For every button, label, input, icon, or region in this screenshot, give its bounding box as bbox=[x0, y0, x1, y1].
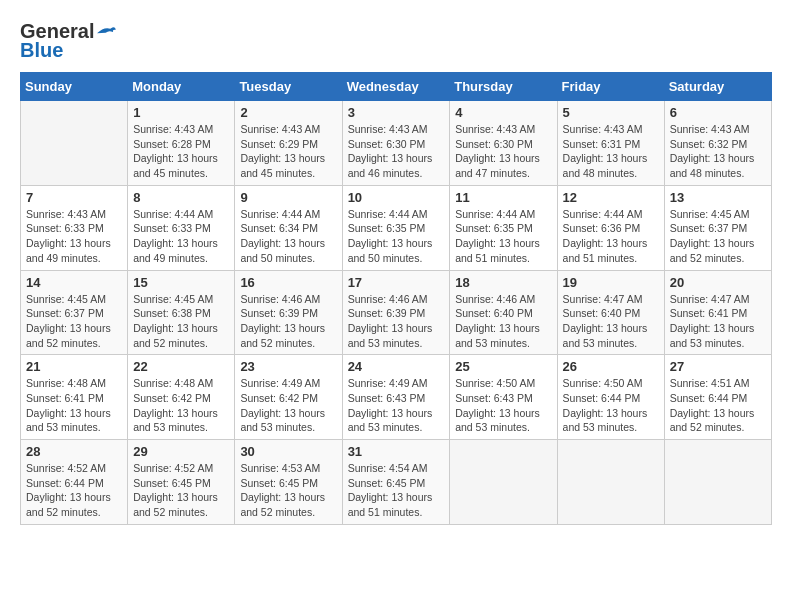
day-number: 3 bbox=[348, 105, 445, 120]
weekday-header-friday: Friday bbox=[557, 73, 664, 101]
calendar-cell: 26Sunrise: 4:50 AM Sunset: 6:44 PM Dayli… bbox=[557, 355, 664, 440]
calendar-cell: 18Sunrise: 4:46 AM Sunset: 6:40 PM Dayli… bbox=[450, 270, 557, 355]
day-number: 26 bbox=[563, 359, 659, 374]
day-info: Sunrise: 4:49 AM Sunset: 6:42 PM Dayligh… bbox=[240, 376, 336, 435]
day-info: Sunrise: 4:44 AM Sunset: 6:36 PM Dayligh… bbox=[563, 207, 659, 266]
day-info: Sunrise: 4:44 AM Sunset: 6:33 PM Dayligh… bbox=[133, 207, 229, 266]
day-info: Sunrise: 4:50 AM Sunset: 6:43 PM Dayligh… bbox=[455, 376, 551, 435]
calendar-cell: 15Sunrise: 4:45 AM Sunset: 6:38 PM Dayli… bbox=[128, 270, 235, 355]
day-number: 2 bbox=[240, 105, 336, 120]
day-info: Sunrise: 4:43 AM Sunset: 6:31 PM Dayligh… bbox=[563, 122, 659, 181]
day-number: 13 bbox=[670, 190, 766, 205]
day-number: 31 bbox=[348, 444, 445, 459]
calendar-cell: 1Sunrise: 4:43 AM Sunset: 6:28 PM Daylig… bbox=[128, 101, 235, 186]
calendar-cell: 29Sunrise: 4:52 AM Sunset: 6:45 PM Dayli… bbox=[128, 440, 235, 525]
calendar-cell bbox=[21, 101, 128, 186]
calendar-cell: 9Sunrise: 4:44 AM Sunset: 6:34 PM Daylig… bbox=[235, 185, 342, 270]
day-number: 6 bbox=[670, 105, 766, 120]
day-info: Sunrise: 4:50 AM Sunset: 6:44 PM Dayligh… bbox=[563, 376, 659, 435]
calendar-cell bbox=[557, 440, 664, 525]
calendar-cell: 17Sunrise: 4:46 AM Sunset: 6:39 PM Dayli… bbox=[342, 270, 450, 355]
day-info: Sunrise: 4:43 AM Sunset: 6:28 PM Dayligh… bbox=[133, 122, 229, 181]
weekday-header-tuesday: Tuesday bbox=[235, 73, 342, 101]
day-number: 8 bbox=[133, 190, 229, 205]
calendar-cell: 13Sunrise: 4:45 AM Sunset: 6:37 PM Dayli… bbox=[664, 185, 771, 270]
calendar-table: SundayMondayTuesdayWednesdayThursdayFrid… bbox=[20, 72, 772, 525]
day-number: 4 bbox=[455, 105, 551, 120]
calendar-cell: 3Sunrise: 4:43 AM Sunset: 6:30 PM Daylig… bbox=[342, 101, 450, 186]
day-info: Sunrise: 4:46 AM Sunset: 6:39 PM Dayligh… bbox=[348, 292, 445, 351]
day-number: 10 bbox=[348, 190, 445, 205]
day-info: Sunrise: 4:48 AM Sunset: 6:41 PM Dayligh… bbox=[26, 376, 122, 435]
day-number: 21 bbox=[26, 359, 122, 374]
day-info: Sunrise: 4:44 AM Sunset: 6:35 PM Dayligh… bbox=[348, 207, 445, 266]
day-info: Sunrise: 4:46 AM Sunset: 6:39 PM Dayligh… bbox=[240, 292, 336, 351]
calendar-cell: 5Sunrise: 4:43 AM Sunset: 6:31 PM Daylig… bbox=[557, 101, 664, 186]
calendar-cell: 23Sunrise: 4:49 AM Sunset: 6:42 PM Dayli… bbox=[235, 355, 342, 440]
calendar-week-row: 21Sunrise: 4:48 AM Sunset: 6:41 PM Dayli… bbox=[21, 355, 772, 440]
calendar-cell: 21Sunrise: 4:48 AM Sunset: 6:41 PM Dayli… bbox=[21, 355, 128, 440]
calendar-cell: 12Sunrise: 4:44 AM Sunset: 6:36 PM Dayli… bbox=[557, 185, 664, 270]
day-info: Sunrise: 4:45 AM Sunset: 6:37 PM Dayligh… bbox=[26, 292, 122, 351]
calendar-cell: 31Sunrise: 4:54 AM Sunset: 6:45 PM Dayli… bbox=[342, 440, 450, 525]
weekday-header-wednesday: Wednesday bbox=[342, 73, 450, 101]
calendar-cell: 7Sunrise: 4:43 AM Sunset: 6:33 PM Daylig… bbox=[21, 185, 128, 270]
day-number: 12 bbox=[563, 190, 659, 205]
weekday-header-saturday: Saturday bbox=[664, 73, 771, 101]
day-number: 19 bbox=[563, 275, 659, 290]
day-info: Sunrise: 4:43 AM Sunset: 6:30 PM Dayligh… bbox=[455, 122, 551, 181]
day-info: Sunrise: 4:49 AM Sunset: 6:43 PM Dayligh… bbox=[348, 376, 445, 435]
calendar-week-row: 28Sunrise: 4:52 AM Sunset: 6:44 PM Dayli… bbox=[21, 440, 772, 525]
calendar-cell: 11Sunrise: 4:44 AM Sunset: 6:35 PM Dayli… bbox=[450, 185, 557, 270]
day-number: 15 bbox=[133, 275, 229, 290]
day-info: Sunrise: 4:43 AM Sunset: 6:33 PM Dayligh… bbox=[26, 207, 122, 266]
day-number: 24 bbox=[348, 359, 445, 374]
calendar-cell: 14Sunrise: 4:45 AM Sunset: 6:37 PM Dayli… bbox=[21, 270, 128, 355]
day-number: 1 bbox=[133, 105, 229, 120]
calendar-cell: 16Sunrise: 4:46 AM Sunset: 6:39 PM Dayli… bbox=[235, 270, 342, 355]
day-number: 7 bbox=[26, 190, 122, 205]
day-info: Sunrise: 4:45 AM Sunset: 6:38 PM Dayligh… bbox=[133, 292, 229, 351]
day-number: 5 bbox=[563, 105, 659, 120]
calendar-cell bbox=[450, 440, 557, 525]
weekday-header-sunday: Sunday bbox=[21, 73, 128, 101]
calendar-cell: 25Sunrise: 4:50 AM Sunset: 6:43 PM Dayli… bbox=[450, 355, 557, 440]
day-info: Sunrise: 4:43 AM Sunset: 6:29 PM Dayligh… bbox=[240, 122, 336, 181]
day-number: 23 bbox=[240, 359, 336, 374]
calendar-cell: 19Sunrise: 4:47 AM Sunset: 6:40 PM Dayli… bbox=[557, 270, 664, 355]
calendar-cell: 8Sunrise: 4:44 AM Sunset: 6:33 PM Daylig… bbox=[128, 185, 235, 270]
day-number: 28 bbox=[26, 444, 122, 459]
day-number: 25 bbox=[455, 359, 551, 374]
day-number: 16 bbox=[240, 275, 336, 290]
calendar-cell: 20Sunrise: 4:47 AM Sunset: 6:41 PM Dayli… bbox=[664, 270, 771, 355]
day-number: 27 bbox=[670, 359, 766, 374]
day-number: 11 bbox=[455, 190, 551, 205]
day-info: Sunrise: 4:51 AM Sunset: 6:44 PM Dayligh… bbox=[670, 376, 766, 435]
logo: General Blue bbox=[20, 20, 117, 62]
logo-bird-icon bbox=[97, 22, 117, 42]
day-info: Sunrise: 4:45 AM Sunset: 6:37 PM Dayligh… bbox=[670, 207, 766, 266]
logo-blue-text: Blue bbox=[20, 39, 63, 62]
day-info: Sunrise: 4:47 AM Sunset: 6:40 PM Dayligh… bbox=[563, 292, 659, 351]
day-info: Sunrise: 4:47 AM Sunset: 6:41 PM Dayligh… bbox=[670, 292, 766, 351]
day-info: Sunrise: 4:52 AM Sunset: 6:44 PM Dayligh… bbox=[26, 461, 122, 520]
day-info: Sunrise: 4:44 AM Sunset: 6:34 PM Dayligh… bbox=[240, 207, 336, 266]
calendar-cell: 4Sunrise: 4:43 AM Sunset: 6:30 PM Daylig… bbox=[450, 101, 557, 186]
day-info: Sunrise: 4:43 AM Sunset: 6:32 PM Dayligh… bbox=[670, 122, 766, 181]
day-number: 17 bbox=[348, 275, 445, 290]
calendar-cell: 24Sunrise: 4:49 AM Sunset: 6:43 PM Dayli… bbox=[342, 355, 450, 440]
weekday-header-row: SundayMondayTuesdayWednesdayThursdayFrid… bbox=[21, 73, 772, 101]
day-number: 18 bbox=[455, 275, 551, 290]
day-info: Sunrise: 4:48 AM Sunset: 6:42 PM Dayligh… bbox=[133, 376, 229, 435]
calendar-cell: 2Sunrise: 4:43 AM Sunset: 6:29 PM Daylig… bbox=[235, 101, 342, 186]
weekday-header-thursday: Thursday bbox=[450, 73, 557, 101]
calendar-cell bbox=[664, 440, 771, 525]
day-info: Sunrise: 4:54 AM Sunset: 6:45 PM Dayligh… bbox=[348, 461, 445, 520]
day-number: 14 bbox=[26, 275, 122, 290]
calendar-week-row: 14Sunrise: 4:45 AM Sunset: 6:37 PM Dayli… bbox=[21, 270, 772, 355]
day-number: 9 bbox=[240, 190, 336, 205]
day-number: 20 bbox=[670, 275, 766, 290]
day-number: 29 bbox=[133, 444, 229, 459]
page-header: General Blue bbox=[20, 20, 772, 62]
calendar-week-row: 7Sunrise: 4:43 AM Sunset: 6:33 PM Daylig… bbox=[21, 185, 772, 270]
